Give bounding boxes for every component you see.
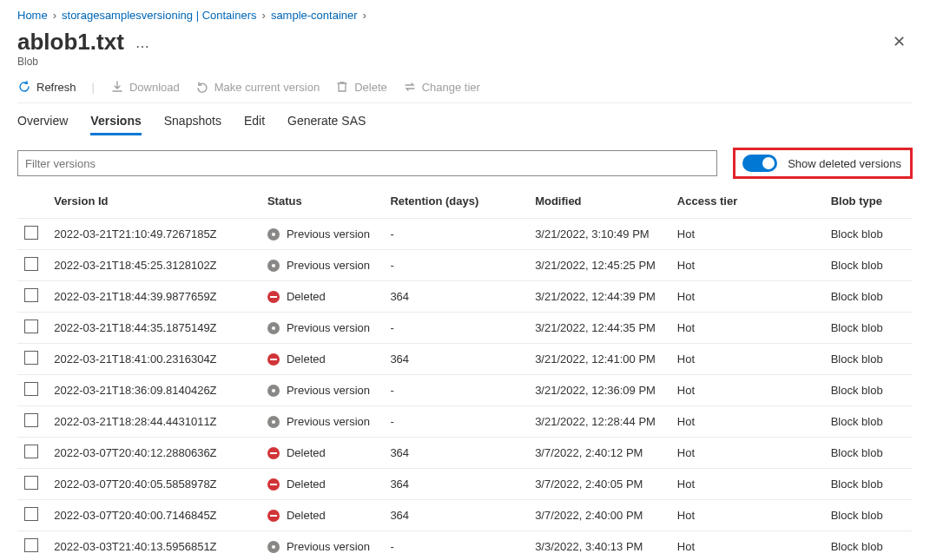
cell-blob-type: Block blob	[824, 469, 913, 500]
row-checkbox[interactable]	[24, 507, 38, 521]
cell-retention: -	[383, 531, 528, 561]
cell-status: Deleted	[267, 446, 376, 459]
cell-access-tier: Hot	[670, 281, 824, 313]
deleted-status-icon	[267, 478, 280, 491]
cell-modified: 3/7/2022, 2:40:05 PM	[528, 469, 670, 500]
change-tier-label: Change tier	[422, 81, 480, 94]
status-text: Deleted	[287, 509, 326, 522]
cell-blob-type: Block blob	[824, 406, 913, 438]
tab-generate-sas[interactable]: Generate SAS	[287, 114, 366, 135]
tab-edit[interactable]: Edit	[244, 114, 265, 135]
versions-table-wrap[interactable]: Version Id Status Retention (days) Modif…	[17, 186, 913, 560]
cell-status: Deleted	[267, 478, 376, 491]
col-blob-type[interactable]: Blob type	[824, 186, 913, 219]
table-row[interactable]: 2022-03-07T20:40:12.2880636ZDeleted3643/…	[17, 438, 913, 469]
row-checkbox[interactable]	[24, 413, 38, 427]
cell-status: Previous version	[267, 259, 376, 272]
cell-retention: -	[383, 219, 528, 250]
status-text: Previous version	[287, 321, 370, 334]
row-checkbox[interactable]	[24, 288, 38, 302]
previous-version-status-icon	[267, 416, 280, 428]
row-checkbox[interactable]	[24, 445, 38, 458]
table-row[interactable]: 2022-03-21T21:10:49.7267185ZPrevious ver…	[17, 219, 913, 250]
previous-version-status-icon	[267, 228, 280, 240]
row-checkbox[interactable]	[24, 226, 38, 240]
cell-access-tier: Hot	[670, 313, 824, 344]
close-icon[interactable]: ✕	[886, 29, 913, 55]
cell-modified: 3/21/2022, 12:36:09 PM	[528, 375, 670, 406]
table-row[interactable]: 2022-03-21T18:45:25.3128102ZPrevious ver…	[17, 250, 913, 281]
row-checkbox[interactable]	[24, 351, 38, 365]
col-version-id[interactable]: Version Id	[47, 186, 261, 219]
col-access-tier[interactable]: Access tier	[670, 186, 824, 219]
versions-table: Version Id Status Retention (days) Modif…	[17, 186, 913, 560]
cell-access-tier: Hot	[670, 344, 824, 375]
cell-version-id: 2022-03-07T20:40:00.7146845Z	[47, 500, 261, 531]
table-row[interactable]: 2022-03-21T18:28:44.4431011ZPrevious ver…	[17, 406, 913, 438]
col-status[interactable]: Status	[261, 186, 383, 219]
status-text: Previous version	[287, 384, 370, 397]
previous-version-status-icon	[267, 322, 280, 334]
cell-modified: 3/21/2022, 12:44:35 PM	[528, 313, 670, 344]
cell-access-tier: Hot	[670, 250, 824, 281]
table-row[interactable]: 2022-03-03T21:40:13.5956851ZPrevious ver…	[17, 531, 913, 561]
cell-version-id: 2022-03-21T18:41:00.2316304Z	[47, 344, 261, 375]
breadcrumb: Home › storagesamplesversioning | Contai…	[17, 9, 913, 22]
table-row[interactable]: 2022-03-21T18:44:35.1875149ZPrevious ver…	[17, 313, 913, 344]
row-checkbox[interactable]	[24, 320, 38, 333]
show-deleted-toggle[interactable]	[742, 155, 777, 172]
cell-retention: -	[383, 313, 528, 344]
refresh-button[interactable]: Refresh	[17, 80, 76, 94]
row-checkbox[interactable]	[24, 538, 38, 552]
more-menu-icon[interactable]: ⋯	[135, 39, 149, 54]
download-icon	[110, 80, 124, 94]
table-row[interactable]: 2022-03-07T20:40:05.5858978ZDeleted3643/…	[17, 469, 913, 500]
cell-blob-type: Block blob	[824, 219, 913, 250]
delete-button: Delete	[335, 80, 387, 94]
cell-version-id: 2022-03-21T18:45:25.3128102Z	[47, 250, 261, 281]
refresh-icon	[17, 80, 31, 94]
cell-blob-type: Block blob	[824, 531, 913, 561]
cell-status: Deleted	[267, 352, 376, 366]
cell-retention: -	[383, 250, 528, 281]
table-row[interactable]: 2022-03-21T18:41:00.2316304ZDeleted3643/…	[17, 344, 913, 375]
swap-icon	[403, 80, 417, 94]
cell-blob-type: Block blob	[824, 281, 913, 313]
cell-blob-type: Block blob	[824, 438, 913, 469]
breadcrumb-home[interactable]: Home	[17, 9, 48, 22]
row-checkbox[interactable]	[24, 476, 38, 490]
page-subtitle: Blob	[17, 56, 913, 68]
status-text: Previous version	[287, 259, 370, 272]
delete-label: Delete	[354, 81, 387, 94]
deleted-status-icon	[267, 447, 280, 459]
col-modified[interactable]: Modified	[528, 186, 670, 219]
table-row[interactable]: 2022-03-07T20:40:00.7146845ZDeleted3643/…	[17, 500, 913, 531]
filter-versions-input[interactable]	[17, 150, 717, 176]
cell-status: Deleted	[267, 509, 376, 522]
cell-access-tier: Hot	[670, 531, 824, 561]
breadcrumb-container[interactable]: sample-container	[271, 9, 358, 22]
tab-overview[interactable]: Overview	[17, 114, 68, 135]
cell-blob-type: Block blob	[824, 250, 913, 281]
download-button: Download	[110, 80, 180, 94]
cell-version-id: 2022-03-03T21:40:13.5956851Z	[47, 531, 261, 561]
make-current-version-button: Make current version	[195, 80, 320, 94]
tab-versions[interactable]: Versions	[90, 114, 141, 135]
cell-modified: 3/7/2022, 2:40:12 PM	[528, 438, 670, 469]
cell-access-tier: Hot	[670, 219, 824, 250]
row-checkbox[interactable]	[24, 257, 38, 271]
cell-modified: 3/21/2022, 12:44:39 PM	[528, 281, 670, 313]
cell-modified: 3/21/2022, 12:41:00 PM	[528, 344, 670, 375]
row-checkbox[interactable]	[24, 382, 38, 396]
breadcrumb-storage[interactable]: storagesamplesversioning | Containers	[62, 9, 257, 22]
cell-modified: 3/3/2022, 3:40:13 PM	[528, 531, 670, 561]
download-label: Download	[129, 81, 180, 94]
col-retention[interactable]: Retention (days)	[383, 186, 528, 219]
cell-modified: 3/21/2022, 3:10:49 PM	[528, 219, 670, 250]
cell-retention: 364	[383, 438, 528, 469]
show-deleted-toggle-highlight: Show deleted versions	[733, 148, 913, 179]
tab-snapshots[interactable]: Snapshots	[164, 114, 221, 135]
cell-retention: 364	[383, 500, 528, 531]
table-row[interactable]: 2022-03-21T18:36:09.8140426ZPrevious ver…	[17, 375, 913, 406]
table-row[interactable]: 2022-03-21T18:44:39.9877659ZDeleted3643/…	[17, 281, 913, 313]
